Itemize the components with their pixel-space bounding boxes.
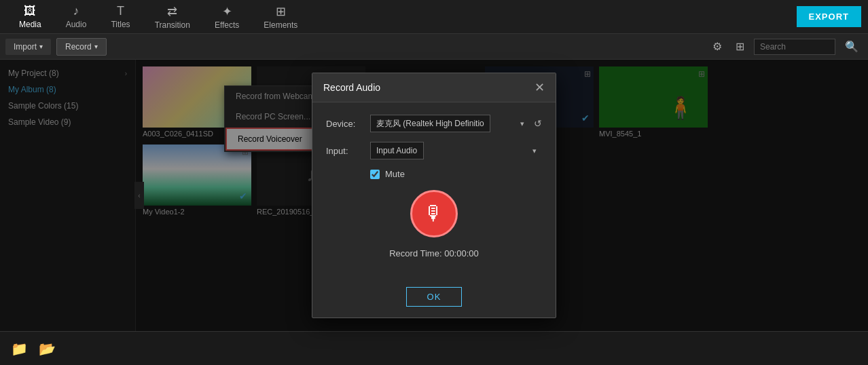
device-select-wrapper: 麦克风 (Realtek High Definitio — [370, 115, 530, 132]
input-select-wrapper: Input Audio — [370, 142, 542, 159]
modal-title: Record Audio — [323, 82, 380, 93]
nav-audio-label: Audio — [66, 20, 87, 29]
import-button[interactable]: Import ▾ — [5, 39, 51, 55]
secondary-bar: Import ▾ Record ▾ ⚙ ⊞ 🔍 — [0, 34, 868, 60]
modal-header: Record Audio ✕ — [312, 73, 556, 102]
audio-icon: ♪ — [73, 4, 79, 18]
new-folder-button[interactable]: 📁 — [11, 341, 28, 357]
effects-icon: ✦ — [222, 4, 232, 19]
search-submit-button[interactable]: 🔍 — [841, 37, 863, 56]
new-item-button[interactable]: 📂 — [39, 341, 56, 357]
transition-icon: ⇄ — [167, 4, 177, 19]
new-item-icon: 📂 — [39, 341, 56, 356]
titles-icon: T — [117, 4, 124, 18]
nav-titles-label: Titles — [111, 20, 130, 29]
new-folder-icon: 📁 — [11, 341, 28, 356]
input-label: Input: — [326, 146, 363, 156]
modal-footer: OK — [312, 280, 556, 318]
nav-elements[interactable]: ⊞ Elements — [251, 1, 310, 33]
record-time-label: Record Time: — [389, 248, 441, 258]
record-label: Record — [65, 42, 92, 52]
nav-media-label: Media — [19, 20, 41, 29]
modal-body: Device: 麦克风 (Realtek High Definitio ↺ In… — [312, 102, 556, 280]
mute-checkbox[interactable] — [370, 170, 380, 179]
nav-effects[interactable]: ✦ Effects — [202, 1, 251, 33]
record-chevron: ▾ — [94, 43, 98, 50]
input-row: Input: Input Audio — [326, 142, 542, 159]
modal-close-button[interactable]: ✕ — [535, 80, 545, 95]
record-audio-modal: Record Audio ✕ Device: 麦克风 (Realtek High… — [312, 73, 556, 318]
ok-button[interactable]: OK — [406, 287, 463, 307]
device-row: Device: 麦克风 (Realtek High Definitio ↺ — [326, 115, 542, 132]
nav-effects-label: Effects — [215, 20, 239, 30]
record-button[interactable]: Record ▾ — [56, 38, 107, 56]
search-input[interactable] — [754, 39, 835, 55]
mute-label: Mute — [385, 169, 405, 179]
media-icon: 🖼 — [24, 4, 36, 18]
modal-overlay: Record Audio ✕ Device: 麦克风 (Realtek High… — [0, 60, 868, 331]
device-select[interactable]: 麦克风 (Realtek High Definitio — [370, 115, 490, 132]
grid-view-button[interactable]: ⊞ — [731, 37, 748, 56]
bottom-bar: 📁 📂 — [0, 331, 868, 365]
nav-elements-label: Elements — [264, 20, 297, 30]
nav-titles[interactable]: T Titles — [98, 1, 142, 32]
record-time-value: 00:00:00 — [444, 248, 479, 258]
filter-button[interactable]: ⚙ — [708, 37, 726, 56]
nav-media[interactable]: 🖼 Media — [7, 1, 54, 32]
record-time: Record Time: 00:00:00 — [326, 248, 542, 258]
mic-record-wrapper: 🎙 — [326, 190, 542, 237]
nav-transition[interactable]: ⇄ Transition — [143, 1, 202, 33]
nav-audio[interactable]: ♪ Audio — [54, 1, 99, 32]
device-label: Device: — [326, 119, 363, 129]
refresh-device-button[interactable]: ↺ — [534, 118, 542, 129]
import-label: Import — [14, 42, 37, 52]
device-select-wrap: 麦克风 (Realtek High Definitio ↺ — [370, 115, 542, 132]
elements-icon: ⊞ — [276, 4, 286, 19]
input-select[interactable]: Input Audio — [370, 142, 424, 159]
nav-transition-label: Transition — [155, 20, 190, 30]
mute-row: Mute — [326, 169, 542, 179]
top-nav: 🖼 Media ♪ Audio T Titles ⇄ Transition ✦ … — [0, 0, 868, 34]
import-chevron: ▾ — [39, 43, 43, 50]
export-button[interactable]: EXPORT — [797, 6, 861, 27]
mic-record-button[interactable]: 🎙 — [410, 190, 458, 237]
